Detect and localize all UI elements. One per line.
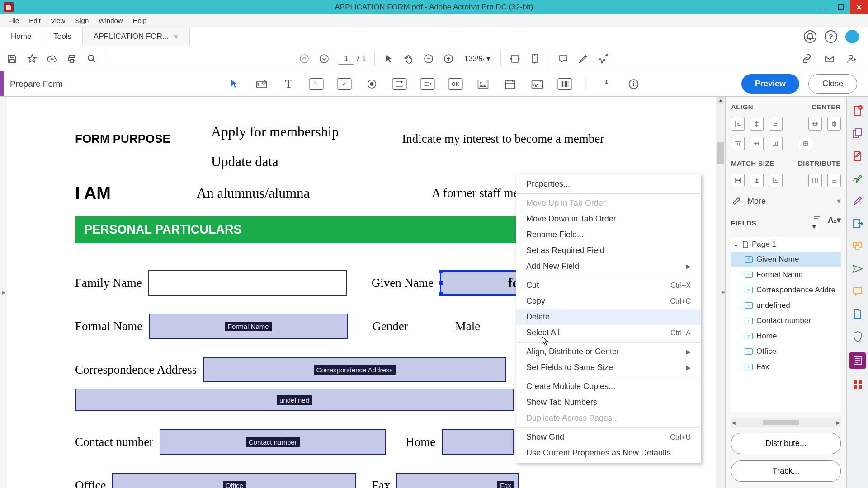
listbox-tool-icon[interactable] [392,78,407,90]
distribute-v-icon[interactable] [827,174,841,187]
request-signatures-icon[interactable] [851,172,864,185]
help-icon[interactable]: ? [825,30,837,43]
page-current-input[interactable] [338,53,354,65]
signature-field-tool-icon[interactable] [531,77,544,91]
distribute-h-icon[interactable] [808,174,822,187]
share-email-icon[interactable] [824,53,835,65]
page-down-icon[interactable] [318,53,330,65]
undefined-field[interactable]: undefined [75,389,514,411]
center-both-icon[interactable] [799,137,812,150]
ctx-move-down[interactable]: Move Down in Tab Order [516,211,701,227]
text-box-tool-icon[interactable]: T| [309,78,324,90]
page-1-node[interactable]: ⌄ Page 1 [731,237,841,252]
align-top-icon[interactable] [731,137,745,150]
correspondence-field[interactable]: Correspondence Address [203,357,506,382]
fax-field[interactable]: Fax [396,473,519,488]
ctx-delete[interactable]: Delete [516,309,701,325]
ctx-tab-numbers[interactable]: Show Tab Numbers [516,394,701,410]
create-pdf-icon[interactable] [851,104,864,117]
fields-h-scrollbar[interactable]: ◀ ▶ [731,418,841,427]
family-name-field[interactable] [148,270,347,296]
close-tool-button[interactable]: Close [808,74,857,94]
menu-help[interactable]: Help [128,15,151,26]
align-right-icon[interactable] [769,117,783,131]
print-icon[interactable] [66,53,78,65]
zoom-in-icon[interactable] [443,53,454,65]
star-icon[interactable] [26,53,38,65]
minimize-button[interactable] [814,0,832,14]
button-tool-icon[interactable]: OK [448,78,463,90]
center-h-icon[interactable] [808,117,822,131]
fit-page-icon[interactable] [529,53,541,65]
notifications-icon[interactable] [804,30,816,43]
organize-pages-icon[interactable] [851,239,864,253]
more-options[interactable]: More ▾ [731,193,841,209]
date-field-tool-icon[interactable] [504,77,517,91]
field-node-home[interactable]: THome [731,328,841,344]
ctx-rename[interactable]: Rename Field... [516,227,701,243]
menu-sign[interactable]: Sign [71,15,93,26]
tab-close-icon[interactable]: ✕ [173,33,179,40]
contact-number-field[interactable]: Contact number [160,429,386,455]
home-field[interactable] [442,429,514,455]
preview-button[interactable]: Preview [741,74,799,94]
field-node-contact[interactable]: TContact number [731,313,841,328]
match-height-icon[interactable] [750,174,764,187]
zoom-level-select[interactable]: 133%▾ [462,53,492,64]
maximize-button[interactable] [832,0,850,14]
match-width-icon[interactable] [731,174,745,187]
fit-width-icon[interactable] [509,53,521,65]
match-both-icon[interactable] [769,174,783,187]
barcode-tool-icon[interactable] [558,78,572,90]
field-node-formal-name[interactable]: TFormal Name [731,267,841,282]
menu-view[interactable]: View [46,15,70,26]
collapse-icon[interactable]: ⌄ [733,239,739,249]
save-icon[interactable] [6,53,18,65]
given-name-field-selected[interactable]: fd [440,270,524,296]
office-field[interactable]: Office [112,473,356,488]
send-comments-icon[interactable] [851,262,864,276]
link-icon[interactable] [801,53,813,65]
field-node-fax[interactable]: TFax [731,359,841,375]
ctx-properties[interactable]: Properties... [516,176,701,192]
right-panel-collapse-handle[interactable]: ▶ [722,289,725,295]
image-field-tool-icon[interactable] [476,77,490,91]
align-bottom-icon[interactable] [769,137,783,150]
tab-home[interactable]: Home [0,27,42,46]
distribute-button[interactable]: Distribute... [731,433,841,454]
ctx-same-size[interactable]: Set Fields to Same Size▶ [516,360,701,375]
menu-window[interactable]: Window [94,15,127,26]
search-icon[interactable] [86,53,98,65]
more-tools-icon[interactable] [851,378,864,391]
cloud-upload-icon[interactable] [46,53,58,65]
fill-sign-icon[interactable] [851,194,864,208]
scroll-up-arrow[interactable]: ▲ [717,97,724,104]
select-tool-icon[interactable] [383,53,395,65]
pin-tool-icon[interactable] [600,77,613,91]
menu-file[interactable]: File [4,15,24,26]
protect-icon[interactable] [851,330,864,343]
close-window-button[interactable] [850,0,868,14]
user-avatar[interactable] [845,30,859,43]
menu-edit[interactable]: Edit [24,15,45,26]
sort-fields-icon[interactable]: ▾ [812,215,821,230]
page-up-icon[interactable] [298,53,310,65]
align-center-h-icon[interactable] [750,117,764,131]
comment-tool-icon[interactable] [851,285,864,298]
scan-ocr-icon[interactable] [851,307,864,321]
ctx-use-defaults[interactable]: Use Current Properties as New Defaults [516,445,701,461]
align-middle-icon[interactable] [750,137,764,150]
left-panel-expand-handle[interactable]: ▶ [0,97,7,488]
combine-files-icon[interactable] [851,127,864,140]
share-people-icon[interactable] [846,53,858,65]
ctx-cut[interactable]: CutCtrl+X [516,277,701,293]
tab-tools[interactable]: Tools [42,27,83,46]
checkbox-tool-icon[interactable]: ✓ [337,78,352,90]
dropdown-tool-icon[interactable] [420,78,435,90]
track-button[interactable]: Track... [731,460,841,482]
pointer-tool-icon[interactable] [228,77,241,91]
ctx-add-new-field[interactable]: Add New Field▶ [516,258,701,274]
scroll-thumb[interactable] [717,142,724,164]
ctx-multiple-copies[interactable]: Create Multiple Copies... [516,379,701,394]
field-node-given-name[interactable]: TGiven Name [731,252,841,267]
